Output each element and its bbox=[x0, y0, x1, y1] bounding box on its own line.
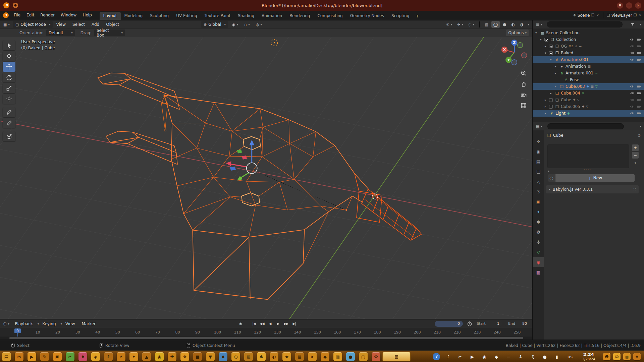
outliner-row-armature-001[interactable]: ▾ ⋔ Armature.001 bbox=[533, 56, 644, 63]
pin-icon[interactable]: ⊙ bbox=[638, 133, 641, 138]
tool-annotate[interactable] bbox=[3, 107, 15, 117]
taskbar-system-icon-2[interactable]: ☺ bbox=[613, 353, 621, 360]
orientation-default-dropdown[interactable]: Default▾ bbox=[46, 29, 75, 36]
tray-icon-11[interactable]: ▮ bbox=[553, 352, 561, 361]
properties-tab-output[interactable]: ▤ bbox=[533, 157, 544, 167]
zoom-button[interactable] bbox=[519, 69, 528, 77]
menu-marker[interactable]: Marker bbox=[78, 321, 99, 326]
taskbar-app-icon-1[interactable]: ▤ bbox=[2, 352, 11, 361]
previous-keyframe-button[interactable]: ◀◀ bbox=[258, 320, 266, 327]
tool-cursor[interactable] bbox=[3, 51, 15, 61]
tab-uv-editing[interactable]: UV Editing bbox=[172, 12, 201, 20]
shading-wireframe-button[interactable]: ◯ bbox=[491, 21, 500, 28]
pivot-point-dropdown[interactable]: ◉ ▾ bbox=[230, 21, 240, 28]
minimize-button[interactable]: — bbox=[626, 2, 632, 9]
scene-selector[interactable]: Scene bbox=[578, 13, 590, 18]
taskbar-app-icon-16[interactable]: ■ bbox=[193, 352, 202, 361]
properties-tab-world[interactable]: ☉ bbox=[533, 187, 544, 197]
tab-rendering[interactable]: Rendering bbox=[286, 12, 314, 20]
taskbar-app-icon-6[interactable]: ✂ bbox=[66, 352, 74, 361]
properties-tab-object-data[interactable]: ▽ bbox=[533, 247, 544, 257]
taskbar-app-icon-18[interactable]: ♠ bbox=[219, 352, 227, 361]
viewlayer-remove-icon[interactable]: ✕ bbox=[638, 14, 642, 17]
clock[interactable]: 2:24 2/28/24 bbox=[578, 351, 600, 362]
taskbar-app-icon-11[interactable]: ✦ bbox=[129, 352, 138, 361]
outliner-row-collection[interactable]: ▾ ❒ Collection bbox=[533, 36, 644, 43]
browse-material-dropdown[interactable]: ◯ bbox=[548, 174, 555, 182]
tray-icon-8[interactable]: ↕ bbox=[517, 352, 525, 361]
window-menu-button[interactable]: ♥ bbox=[617, 2, 623, 9]
properties-tab-particles[interactable]: ✱ bbox=[533, 217, 544, 227]
panel-grip-dots[interactable]: ···· bbox=[584, 167, 591, 172]
tab-animation[interactable]: Animation bbox=[258, 12, 286, 20]
tool-add-cube[interactable] bbox=[3, 131, 15, 141]
viewlayer-copy-icon[interactable]: ❐ bbox=[634, 13, 637, 17]
camera-visibility-icon[interactable] bbox=[637, 38, 641, 41]
collection-checkbox[interactable] bbox=[549, 51, 553, 55]
taskbar-app-icon-2[interactable]: ✉ bbox=[15, 352, 23, 361]
tray-icon-10[interactable]: ● bbox=[541, 352, 549, 361]
menu-view-timeline[interactable]: View bbox=[62, 321, 78, 326]
taskbar-app-icon-15[interactable]: ❖ bbox=[180, 352, 189, 361]
editor-type-timeline-button[interactable]: ◷ ▾ bbox=[1, 320, 11, 327]
outliner-row-light[interactable]: ▸ ☀ Light ◉ bbox=[533, 110, 644, 117]
taskbar-app-icon-13[interactable]: ◉ bbox=[155, 352, 164, 361]
add-workspace-button[interactable]: + bbox=[413, 12, 422, 20]
tool-measure[interactable] bbox=[3, 118, 15, 128]
camera-visibility-icon[interactable] bbox=[637, 51, 641, 55]
expand-icon[interactable]: ▾ bbox=[540, 38, 544, 41]
taskbar-app-icon-23[interactable]: ★ bbox=[282, 352, 291, 361]
properties-search-input[interactable] bbox=[547, 123, 624, 129]
tab-modeling[interactable]: Modeling bbox=[121, 12, 147, 20]
taskbar-app-icon-7[interactable]: ♦ bbox=[78, 352, 87, 361]
outliner-row-baked[interactable]: ▾ ❒ Baked bbox=[533, 50, 644, 56]
properties-options-icon[interactable]: ▾ bbox=[640, 125, 641, 128]
slot-expand-icon[interactable]: ▸ bbox=[548, 169, 550, 173]
taskbar-app-icon-26[interactable]: ◆ bbox=[321, 352, 329, 361]
viewport-canvas[interactable]: Z X Y User Perspective (0) Baked | Cube bbox=[0, 37, 532, 319]
menu-help[interactable]: Help bbox=[79, 11, 95, 20]
menu-select[interactable]: Select bbox=[69, 22, 88, 27]
taskbar-app-icon-9[interactable]: ♪ bbox=[104, 352, 113, 361]
tab-shading[interactable]: Shading bbox=[234, 12, 258, 20]
expand-icon[interactable]: ▸ bbox=[545, 105, 549, 108]
properties-tab-object[interactable]: ▣ bbox=[533, 197, 544, 207]
menu-render[interactable]: Render bbox=[37, 11, 58, 20]
menu-view[interactable]: View bbox=[53, 22, 69, 27]
outliner-row-cube-005[interactable]: ▸ ❑ Cube.005 ✚ ▽ bbox=[533, 103, 644, 110]
camera-visibility-icon[interactable] bbox=[637, 92, 641, 95]
play-reverse-button[interactable]: ◀ bbox=[266, 320, 274, 327]
hide-icon[interactable] bbox=[630, 45, 635, 48]
hide-icon[interactable] bbox=[630, 112, 635, 115]
properties-tab-scene[interactable]: △ bbox=[533, 177, 544, 187]
jump-to-end-button[interactable]: ▶| bbox=[290, 320, 298, 327]
scene-unlink-icon[interactable]: ✕ bbox=[596, 14, 600, 17]
tool-rotate[interactable] bbox=[3, 72, 15, 82]
next-keyframe-button[interactable]: ▶▶ bbox=[282, 320, 290, 327]
taskbar-app-icon-3[interactable]: ▶ bbox=[28, 352, 36, 361]
xray-toggle[interactable]: ▨ bbox=[483, 21, 490, 28]
options-dropdown[interactable]: Options▾ bbox=[506, 29, 529, 36]
hide-icon[interactable] bbox=[630, 38, 635, 41]
camera-visibility-icon[interactable] bbox=[637, 85, 641, 88]
snapping-dropdown[interactable]: ∩ ▾ bbox=[242, 21, 252, 28]
expand-icon[interactable]: ▸ bbox=[555, 85, 559, 88]
expand-icon[interactable]: ▸ bbox=[545, 112, 549, 115]
remove-slot-button[interactable]: − bbox=[632, 152, 639, 159]
close-button[interactable]: ✕ bbox=[635, 2, 641, 9]
babylon-panel-header[interactable]: ▾ Babylon.js ver 3.3.1 ∷ bbox=[546, 185, 639, 193]
new-material-button[interactable]: + New bbox=[555, 174, 635, 182]
filter-options-icon[interactable]: ▾ bbox=[640, 23, 641, 26]
taskbar-app-icon-5[interactable]: ▣ bbox=[53, 352, 62, 361]
taskbar-app-icon-19[interactable]: ○ bbox=[231, 352, 240, 361]
blender-logo-icon[interactable] bbox=[3, 12, 9, 18]
taskbar-app-icon-25[interactable]: ➤ bbox=[308, 352, 317, 361]
collection-checkbox[interactable] bbox=[549, 45, 553, 48]
outliner-row-scene-collection[interactable]: ▾ ▦ Scene Collection bbox=[533, 29, 644, 36]
properties-tab-view-layer[interactable]: ❏ bbox=[533, 167, 544, 177]
gizmos-dropdown[interactable]: ✛ ▾ bbox=[455, 21, 465, 28]
taskbar-app-icon-14[interactable]: ✚ bbox=[168, 352, 176, 361]
taskbar-app-icon-17[interactable]: ▼ bbox=[206, 352, 215, 361]
editor-type-properties-button[interactable]: ▤ ▾ bbox=[534, 123, 544, 130]
taskbar-app-icon-24[interactable]: ▩ bbox=[295, 352, 304, 361]
